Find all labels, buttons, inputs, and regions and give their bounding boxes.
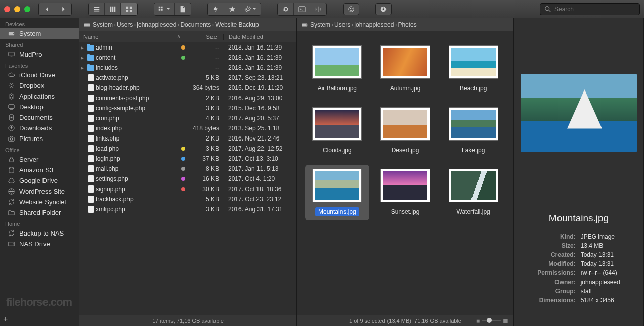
file-row[interactable]: links.php2 KB2016. Nov 21. 2:46: [79, 133, 296, 144]
file-date: 2018. Jan 16. 21:39: [223, 54, 296, 61]
thumbnail-grid[interactable]: Air Balloon.jpgAutumn.jpgBeach.jpgClouds…: [297, 31, 513, 315]
back-button[interactable]: [39, 3, 55, 15]
meta-value: JPEG image: [581, 233, 620, 240]
sidebar-item[interactable]: Desktop: [0, 102, 79, 112]
sidebar-item[interactable]: WordPress Site: [0, 186, 79, 197]
file-icon: [85, 145, 96, 152]
file-name: settings.php: [96, 175, 179, 182]
sidebar-item[interactable]: NAS Drive: [0, 239, 79, 249]
sidebar-item[interactable]: MudPro: [0, 49, 79, 60]
sidebar-item[interactable]: Dropbox: [0, 80, 79, 91]
path-segment[interactable]: Website Backup: [215, 21, 259, 28]
thumbnail-image: [312, 169, 362, 202]
compare-button[interactable]: [310, 3, 326, 15]
path-segment[interactable]: System: [93, 21, 113, 28]
thumbnail-item[interactable]: Mountains.jpg: [305, 165, 369, 220]
column-size[interactable]: Size: [183, 34, 223, 40]
file-row[interactable]: settings.php16 KB2017. Oct 4. 1:20: [79, 174, 296, 184]
close-window-button[interactable]: [4, 6, 10, 12]
sidebar-item[interactable]: System: [0, 28, 79, 39]
search-field[interactable]: [540, 3, 640, 15]
add-sidebar-item-button[interactable]: +: [3, 315, 8, 324]
file-row[interactable]: mail.php8 KB2017. Jan 11. 5:13: [79, 164, 296, 174]
path-segment[interactable]: Users: [117, 21, 133, 28]
left-path-bar[interactable]: System›Users›johnappleseed›Documents›Web…: [79, 18, 296, 31]
file-size: 3 KB: [188, 105, 223, 112]
zoom-window-button[interactable]: [24, 6, 30, 12]
column-headers[interactable]: Name ∧ Size Date Modified: [79, 31, 296, 42]
action-menu-button[interactable]: [240, 3, 261, 15]
meta-key: Dimensions:: [537, 297, 575, 304]
sidebar-item[interactable]: Server: [0, 154, 79, 165]
view-icons-button[interactable]: [121, 3, 137, 15]
view-columns-button[interactable]: [105, 3, 121, 15]
search-input[interactable]: [554, 6, 635, 13]
thumbnail-item[interactable]: Beach.jpg: [441, 41, 505, 97]
file-row[interactable]: cron.php4 KB2017. Aug 20. 5:37: [79, 113, 296, 123]
sidebar-item[interactable]: Backup to NAS: [0, 228, 79, 239]
forward-button[interactable]: [55, 3, 71, 15]
file-size: 2 KB: [188, 95, 223, 102]
thumbnail-item[interactable]: Air Balloon.jpg: [305, 41, 369, 97]
view-list-button[interactable]: [89, 3, 105, 15]
terminal-button[interactable]: [294, 3, 310, 15]
path-segment[interactable]: johnappleseed: [354, 21, 394, 28]
new-file-button[interactable]: [175, 3, 191, 15]
quick-action-button[interactable]: [208, 3, 224, 15]
thumbnail-item[interactable]: Sunset.jpg: [373, 165, 438, 220]
path-segment[interactable]: johnappleseed: [137, 21, 176, 28]
meta-value: Today 13:31: [581, 251, 620, 258]
thumbnail-item[interactable]: Clouds.jpg: [305, 103, 369, 159]
sync-button[interactable]: [278, 3, 294, 15]
cloud-icon: [7, 71, 15, 79]
sidebar-item[interactable]: Amazon S3: [0, 165, 79, 175]
arrange-button[interactable]: [154, 3, 175, 15]
sync-icon: [7, 229, 15, 237]
file-list[interactable]: ▸admin--2018. Jan 16. 21:39▸content--201…: [79, 42, 296, 315]
thumbnail-item[interactable]: Autumn.jpg: [373, 41, 438, 97]
file-row[interactable]: ▸includes--2018. Jan 16. 21:39: [79, 63, 296, 73]
path-segment[interactable]: Photos: [398, 21, 416, 28]
file-row[interactable]: trackback.php5 KB2017. Oct 23. 23:12: [79, 194, 296, 204]
file-row[interactable]: xmlrpc.php3 KB2016. Aug 31. 17:31: [79, 204, 296, 214]
column-name[interactable]: Name: [79, 34, 177, 40]
favorite-button[interactable]: [224, 3, 240, 15]
sidebar-item[interactable]: Website Synclet: [0, 197, 79, 207]
file-row[interactable]: index.php418 bytes2013. Sep 25. 1:18: [79, 123, 296, 133]
thumbnail-label: Air Balloon.jpg: [315, 84, 360, 93]
sidebar-item[interactable]: Documents: [0, 112, 79, 123]
file-row[interactable]: load.php3 KB2017. Aug 22. 12:52: [79, 144, 296, 154]
file-row[interactable]: config-sample.php3 KB2015. Dec 16. 9:58: [79, 103, 296, 113]
minimize-window-button[interactable]: [14, 6, 20, 12]
path-segment[interactable]: Documents: [180, 21, 211, 28]
file-size: 4 KB: [188, 115, 223, 122]
file-row[interactable]: login.php37 KB2017. Oct 13. 3:10: [79, 154, 296, 164]
file-row[interactable]: blog-header.php364 bytes2015. Dec 19. 11…: [79, 83, 296, 93]
svg-point-7: [13, 33, 14, 34]
sidebar-item[interactable]: Google Drive: [0, 175, 79, 186]
thumb-size-slider[interactable]: ◼ ◼: [476, 317, 508, 324]
s3-icon: [7, 166, 15, 174]
sidebar-item[interactable]: AApplications: [0, 91, 79, 102]
svg-rect-10: [8, 105, 14, 109]
download-button[interactable]: [375, 3, 392, 15]
sidebar-item[interactable]: Downloads: [0, 123, 79, 133]
right-path-bar[interactable]: System›Users›johnappleseed›Photos: [297, 18, 513, 31]
path-segment[interactable]: Users: [334, 21, 350, 28]
file-row[interactable]: comments-post.php2 KB2016. Aug 29. 13:00: [79, 93, 296, 103]
file-row[interactable]: ▸content--2018. Jan 16. 21:39: [79, 53, 296, 63]
path-segment[interactable]: System: [310, 21, 330, 28]
svg-rect-0: [298, 6, 305, 12]
sidebar-item[interactable]: iCloud Drive: [0, 70, 79, 80]
meta-key: Kind:: [537, 233, 575, 240]
emoji-button[interactable]: [343, 3, 359, 15]
thumbnail-item[interactable]: Waterfall.jpg: [441, 165, 505, 220]
file-row[interactable]: ▸admin--2018. Jan 16. 21:39: [79, 42, 296, 53]
column-date[interactable]: Date Modified: [223, 34, 296, 40]
file-row[interactable]: signup.php30 KB2017. Oct 18. 18:36: [79, 184, 296, 194]
sidebar-item[interactable]: Pictures: [0, 133, 79, 144]
file-row[interactable]: activate.php5 KB2017. Sep 23. 13:21: [79, 73, 296, 83]
sidebar-item[interactable]: Shared Folder: [0, 207, 79, 218]
thumbnail-item[interactable]: Lake.jpg: [441, 103, 505, 159]
thumbnail-item[interactable]: Desert.jpg: [373, 103, 438, 159]
